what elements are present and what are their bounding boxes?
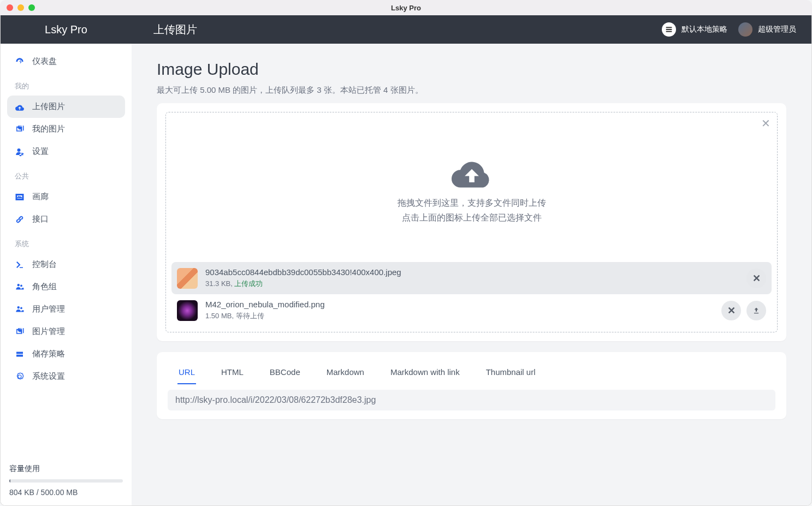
sidebar-item[interactable]: 角色组 <box>7 276 125 298</box>
cloud-upload-icon[interactable] <box>450 159 494 191</box>
api-icon <box>15 215 25 224</box>
sidebar-item-label: 用户管理 <box>32 304 65 314</box>
brand[interactable]: Lsky Pro <box>1 23 132 36</box>
sidebar-item-label: 我的图片 <box>32 124 65 134</box>
user-settings-icon <box>15 147 25 157</box>
sidebar-item[interactable]: 用户管理 <box>7 298 125 320</box>
sidebar-section: 我的 <box>7 73 125 96</box>
sidebar-item-label: 上传图片 <box>32 102 65 112</box>
system-settings-icon <box>15 372 25 382</box>
sidebar-item[interactable]: 接口 <box>7 208 125 230</box>
sidebar-item-label: 控制台 <box>32 259 57 270</box>
close-window[interactable] <box>7 4 13 11</box>
file-remove-button[interactable]: ✕ <box>746 269 766 288</box>
file-name: 9034ab5cc0844ebdbb39dc0055bb3430!400x400… <box>205 267 746 277</box>
svg-rect-0 <box>666 27 672 28</box>
console-icon <box>15 260 25 270</box>
dashboard-icon <box>15 57 25 67</box>
svg-rect-2 <box>666 31 672 32</box>
sidebar-item[interactable]: 图片管理 <box>7 320 125 343</box>
tab[interactable]: URL <box>177 361 196 384</box>
sidebar-item-label: 系统设置 <box>32 371 65 382</box>
minimize-window[interactable] <box>17 4 24 11</box>
tab[interactable]: Markdown with link <box>389 361 461 384</box>
sidebar-item-label: 接口 <box>32 214 49 224</box>
upload-icon <box>15 102 25 112</box>
sidebar-item-label: 储存策略 <box>32 349 65 359</box>
tab[interactable]: BBCode <box>269 361 301 384</box>
storage-icon <box>15 349 25 359</box>
capacity-bar <box>9 479 123 483</box>
svg-rect-1 <box>666 29 672 30</box>
sidebar-item[interactable]: 控制台 <box>7 253 125 276</box>
sidebar-item-label: 仪表盘 <box>32 56 57 67</box>
file-thumbnail <box>177 300 198 321</box>
url-output[interactable]: http://lsky-pro.local/i/2022/03/08/62272… <box>168 390 775 410</box>
sidebar-item[interactable]: 系统设置 <box>7 365 125 388</box>
user-menu[interactable]: 超级管理员 <box>738 22 796 37</box>
tab[interactable]: Markdown <box>325 361 365 384</box>
strategy-selector[interactable]: 默认本地策略 <box>662 22 727 37</box>
sidebar-item-label: 角色组 <box>32 282 57 292</box>
images-icon <box>15 124 25 134</box>
strategy-label: 默认本地策略 <box>681 25 727 34</box>
tab[interactable]: HTML <box>220 361 245 384</box>
sidebar-section: 公共 <box>7 163 125 186</box>
sidebar-item-label: 设置 <box>32 146 49 157</box>
file-thumbnail <box>177 268 198 289</box>
sidebar-item[interactable]: 储存策略 <box>7 343 125 365</box>
user-name: 超级管理员 <box>758 25 796 34</box>
file-name: M42_orion_nebula_modified.png <box>205 300 721 309</box>
page-subtitle: 最大可上传 5.00 MB 的图片，上传队列最多 3 张。本站已托管 4 张图片… <box>157 85 786 96</box>
dropzone-line2: 点击上面的图标上传全部已选择文件 <box>171 212 772 224</box>
file-upload-button[interactable] <box>746 301 766 320</box>
gallery-icon <box>15 192 25 202</box>
window-title: Lsky Pro <box>391 4 421 12</box>
dropzone-close-icon[interactable]: ✕ <box>761 117 770 130</box>
upload-dropzone[interactable]: ✕ 拖拽文件到这里，支持多文件同时上传 点击上面的图标上传全部已选择文件 903… <box>165 112 778 332</box>
page-title: Image Upload <box>157 60 786 79</box>
page-heading: 上传图片 <box>132 22 662 37</box>
file-remove-button[interactable]: ✕ <box>721 301 741 320</box>
maximize-window[interactable] <box>28 4 35 11</box>
file-row: 9034ab5cc0844ebdbb39dc0055bb3430!400x400… <box>171 262 772 294</box>
file-row: M42_orion_nebula_modified.png1.50 MB, 等待… <box>171 294 772 326</box>
avatar <box>738 22 752 37</box>
sidebar-section: 系统 <box>7 230 125 253</box>
sidebar-item-label: 图片管理 <box>32 326 65 337</box>
users-icon <box>15 305 25 314</box>
sidebar-item[interactable]: 仪表盘 <box>7 50 125 73</box>
image-manage-icon <box>15 327 25 337</box>
sidebar-item[interactable]: 画廊 <box>7 186 125 208</box>
sidebar-item[interactable]: 我的图片 <box>7 118 125 140</box>
roles-icon <box>15 282 25 292</box>
file-meta: 31.3 KB, 上传成功 <box>205 279 746 289</box>
capacity-text: 804 KB / 500.00 MB <box>9 488 123 497</box>
tab[interactable]: Thumbnail url <box>485 361 537 384</box>
file-meta: 1.50 MB, 等待上传 <box>205 311 721 321</box>
sidebar-item[interactable]: 上传图片 <box>7 96 125 118</box>
sidebar-item-label: 画廊 <box>32 192 49 202</box>
strategy-icon <box>662 22 676 37</box>
dropzone-line1: 拖拽文件到这里，支持多文件同时上传 <box>171 198 772 209</box>
capacity-label: 容量使用 <box>9 464 123 474</box>
sidebar-item[interactable]: 设置 <box>7 140 125 163</box>
